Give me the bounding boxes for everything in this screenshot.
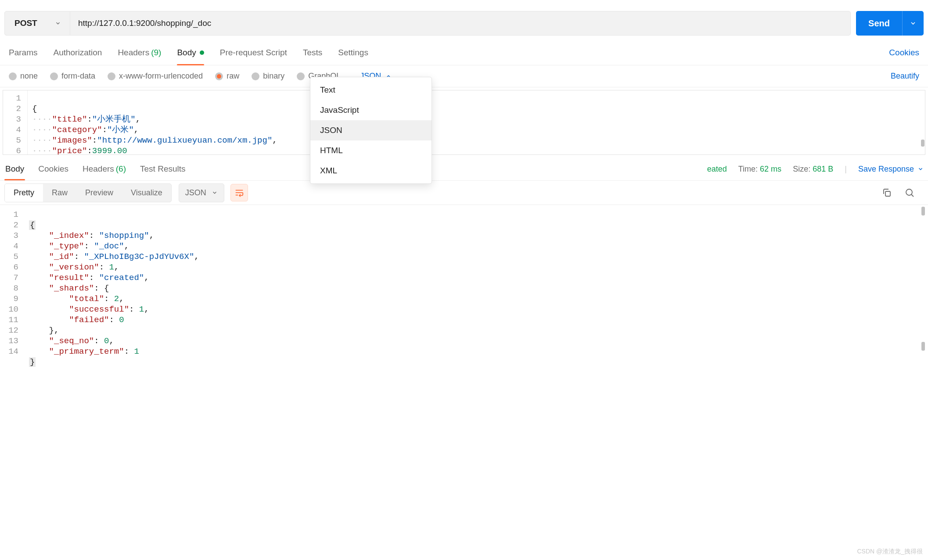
response-tab-cookies[interactable]: Cookies [37, 158, 69, 180]
tab-headers-count: (9) [151, 48, 161, 57]
response-size: Size: 681 B [793, 165, 833, 174]
send-button-group: Send [856, 11, 924, 36]
search-button[interactable] [904, 187, 915, 198]
response-status: eated [707, 165, 727, 174]
svg-rect-3 [885, 191, 890, 196]
tab-body[interactable]: Body [177, 40, 204, 65]
body-type-xwww[interactable]: x-www-form-urlencoded [108, 72, 203, 81]
body-type-binary[interactable]: binary [252, 72, 284, 81]
tab-tests[interactable]: Tests [303, 40, 322, 65]
http-method-label: POST [14, 18, 37, 28]
response-view-segment: Pretty Raw Preview Visualize [4, 183, 172, 202]
tab-authorization[interactable]: Authorization [53, 40, 102, 65]
send-dropdown-button[interactable] [903, 11, 924, 36]
chevron-down-icon [910, 20, 917, 27]
view-preview[interactable]: Preview [76, 184, 122, 202]
chevron-down-icon [55, 20, 61, 26]
dropdown-item-javascript[interactable]: JavaScript [310, 100, 432, 120]
view-pretty[interactable]: Pretty [5, 184, 43, 202]
request-body-editor[interactable]: 123456 { ····"title":"小米手机", ····"catego… [3, 90, 925, 155]
editor-gutter: 123456 [3, 90, 28, 154]
copy-button[interactable] [881, 187, 892, 198]
tab-body-label: Body [177, 48, 196, 57]
watermark: CSDN @渣渣龙_拽得很 [857, 548, 923, 556]
chevron-down-icon [212, 190, 218, 196]
view-visualize[interactable]: Visualize [122, 184, 171, 202]
save-response-button[interactable]: Save Response [858, 165, 924, 174]
radio-selected-icon [215, 72, 223, 80]
request-url-value: http://127.0.0.1:9200/shopping/_doc [78, 18, 211, 28]
content-type-dropdown: Text JavaScript JSON HTML XML [310, 77, 432, 184]
tab-params[interactable]: Params [9, 40, 37, 65]
body-type-none[interactable]: none [9, 72, 38, 81]
dropdown-item-xml[interactable]: XML [310, 161, 432, 181]
scrollbar-thumb[interactable] [921, 342, 925, 351]
radio-icon [252, 72, 259, 80]
scrollbar-thumb[interactable] [921, 140, 924, 147]
modified-dot-icon [200, 50, 204, 55]
dropdown-item-text[interactable]: Text [310, 80, 432, 100]
wrap-lines-button[interactable] [230, 184, 248, 201]
radio-icon [108, 72, 115, 80]
chevron-down-icon [917, 166, 924, 172]
request-url-input[interactable]: http://127.0.0.1:9200/shopping/_doc [70, 11, 851, 36]
response-gutter: 1234567891011121314 [0, 207, 25, 359]
beautify-link[interactable]: Beautify [891, 72, 919, 81]
response-tab-testresults[interactable]: Test Results [139, 158, 186, 180]
svg-line-5 [911, 194, 914, 197]
tab-settings[interactable]: Settings [338, 40, 368, 65]
svg-point-4 [906, 189, 912, 195]
dropdown-item-json[interactable]: JSON [310, 120, 432, 140]
send-button[interactable]: Send [856, 11, 903, 36]
wrap-icon [234, 188, 244, 197]
radio-icon [9, 72, 17, 80]
editor-code: { ····"title":"小米手机", ····"category":"小米… [28, 90, 277, 154]
tab-headers[interactable]: Headers (9) [118, 40, 161, 65]
scrollbar-thumb[interactable] [921, 207, 925, 215]
radio-icon [50, 72, 58, 80]
response-tab-headers[interactable]: Headers (6) [82, 158, 127, 180]
radio-icon [297, 72, 305, 80]
dropdown-item-html[interactable]: HTML [310, 140, 432, 161]
tab-headers-label: Headers [118, 48, 149, 57]
body-type-raw[interactable]: raw [215, 72, 239, 81]
view-raw[interactable]: Raw [43, 184, 76, 202]
body-type-formdata[interactable]: form-data [50, 72, 95, 81]
response-time: Time: 62 ms [738, 165, 781, 174]
response-code: { "_index": "shopping", "_type": "_doc",… [25, 207, 199, 359]
cookies-link[interactable]: Cookies [889, 48, 919, 57]
response-format-select[interactable]: JSON [179, 183, 224, 202]
http-method-select[interactable]: POST [4, 11, 70, 36]
tab-prerequest[interactable]: Pre-request Script [220, 40, 287, 65]
response-tab-body[interactable]: Body [4, 158, 25, 180]
response-body-viewer[interactable]: 1234567891011121314 { "_index": "shoppin… [0, 205, 928, 359]
